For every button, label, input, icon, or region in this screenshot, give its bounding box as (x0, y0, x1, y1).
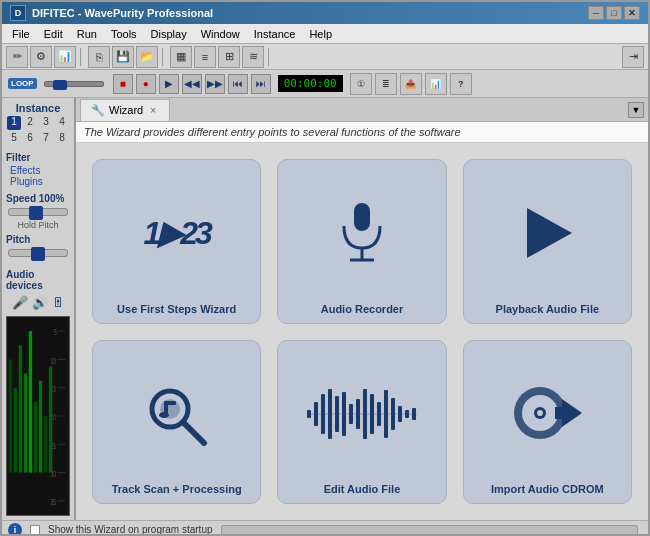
spectrum-button[interactable]: 📊 (425, 73, 447, 95)
menu-help[interactable]: Help (303, 26, 338, 42)
svg-rect-36 (314, 402, 318, 426)
pencil-tool-button[interactable]: ✏ (6, 46, 28, 68)
rewind-button[interactable]: ◀◀ (182, 74, 202, 94)
wizard-tab-close[interactable]: × (147, 104, 159, 116)
instance-2[interactable]: 2 (23, 116, 37, 130)
stop-button[interactable]: ■ (113, 74, 133, 94)
plugins-link[interactable]: Plugins (10, 176, 70, 187)
tab-bar: 🔧 Wizard × ▼ (76, 98, 648, 122)
menu-display[interactable]: Display (145, 26, 193, 42)
svg-rect-46 (384, 390, 388, 438)
svg-rect-24 (354, 203, 370, 231)
instance-3[interactable]: 3 (39, 116, 53, 130)
svg-rect-42 (356, 399, 360, 429)
svg-rect-40 (342, 392, 346, 436)
menu-instance[interactable]: Instance (248, 26, 302, 42)
zoom-button[interactable]: ⊞ (218, 46, 240, 68)
pitch-slider-thumb[interactable] (31, 247, 45, 261)
svg-rect-49 (405, 410, 409, 418)
track-scan-card[interactable]: Track Scan + Processing (92, 340, 261, 505)
list-view-button[interactable]: ≣ (375, 73, 397, 95)
playback-card[interactable]: Playback Audio File (463, 159, 632, 324)
svg-text:35: 35 (51, 498, 57, 507)
microphone-icon[interactable]: 🎤 (12, 295, 28, 310)
svg-rect-39 (335, 396, 339, 432)
play-button[interactable]: ▶ (159, 74, 179, 94)
svg-rect-23 (49, 367, 52, 473)
instance-6[interactable]: 6 (23, 132, 37, 146)
next-button[interactable]: ⏭ (251, 74, 271, 94)
speaker-icon[interactable]: 🔊 (32, 295, 48, 310)
grid-button[interactable]: ▦ (170, 46, 192, 68)
track-scan-label: Track Scan + Processing (112, 483, 242, 495)
instance-numbers: 1 2 3 4 5 6 7 8 (6, 116, 70, 146)
instance-5[interactable]: 5 (7, 132, 21, 146)
svg-rect-50 (412, 408, 416, 420)
info-icon: i (8, 523, 22, 537)
import-cdrom-card[interactable]: Import Audio CDROM (463, 340, 632, 505)
playback-icon (517, 172, 577, 295)
tab-dropdown-button[interactable]: ▼ (628, 102, 644, 118)
edit-audio-label: Edit Audio File (324, 483, 401, 495)
svg-rect-21 (39, 381, 42, 473)
svg-text:5: 5 (54, 328, 57, 337)
chart-button[interactable]: 📊 (54, 46, 76, 68)
menu-tools[interactable]: Tools (105, 26, 143, 42)
counter-button[interactable]: ① (350, 73, 372, 95)
menu-edit[interactable]: Edit (38, 26, 69, 42)
maximize-button[interactable]: □ (606, 6, 622, 20)
transport-bar: LOOP ■ ● ▶ ◀◀ ▶▶ ⏮ ⏭ 00:00:00 ① ≣ 📤 📊 ? (2, 70, 648, 98)
description-bar: The Wizard provides different entry poin… (76, 122, 648, 143)
time-display: 00:00:00 (278, 75, 343, 92)
wizard-cards-grid: 1▶23 Use First Steps Wizard Audio R (76, 143, 648, 520)
export-button[interactable]: 📤 (400, 73, 422, 95)
prev-button[interactable]: ⏮ (228, 74, 248, 94)
audio-recorder-card[interactable]: Audio Recorder (277, 159, 446, 324)
menu-run[interactable]: Run (71, 26, 103, 42)
wizard-tab[interactable]: 🔧 Wizard × (80, 99, 170, 121)
instance-label: Instance (6, 102, 70, 114)
svg-rect-18 (24, 374, 27, 473)
right-area: 🔧 Wizard × ▼ The Wizard provides differe… (76, 98, 648, 520)
speed-slider[interactable] (8, 208, 68, 216)
svg-rect-43 (363, 389, 367, 439)
svg-rect-47 (391, 398, 395, 430)
wizard-tab-label: Wizard (109, 104, 143, 116)
svg-rect-37 (321, 394, 325, 434)
left-panel: Instance 1 2 3 4 5 6 7 8 Filter Effects … (2, 98, 76, 520)
app-icon: D (10, 5, 26, 21)
menu-window[interactable]: Window (195, 26, 246, 42)
dock-button[interactable]: ⇥ (622, 46, 644, 68)
horizontal-scrollbar[interactable] (221, 525, 638, 535)
first-steps-card[interactable]: 1▶23 Use First Steps Wizard (92, 159, 261, 324)
svg-rect-22 (44, 416, 47, 473)
toolbar: ✏ ⚙ 📊 ⎘ 💾 📂 ▦ ≡ ⊞ ≋ ⇥ (2, 44, 648, 70)
status-bar: i Show this Wizard on program startup (2, 520, 648, 536)
speed-slider-thumb[interactable] (29, 206, 43, 220)
help-transport-button[interactable]: ? (450, 73, 472, 95)
record-button[interactable]: ● (136, 74, 156, 94)
startup-checkbox[interactable] (30, 525, 40, 535)
svg-rect-41 (349, 404, 353, 424)
instance-4[interactable]: 4 (55, 116, 69, 130)
menu-file[interactable]: File (6, 26, 36, 42)
minimize-button[interactable]: ─ (588, 6, 604, 20)
pitch-slider[interactable] (8, 249, 68, 257)
track-scan-icon (142, 353, 212, 476)
settings-button[interactable]: ⚙ (30, 46, 52, 68)
instance-7[interactable]: 7 (39, 132, 53, 146)
fx-button[interactable]: ≋ (242, 46, 264, 68)
instance-8[interactable]: 8 (55, 132, 69, 146)
close-button[interactable]: ✕ (624, 6, 640, 20)
effects-link[interactable]: Effects (10, 165, 70, 176)
loop-badge: LOOP (8, 78, 37, 89)
save-button[interactable]: 💾 (112, 46, 134, 68)
instance-1[interactable]: 1 (7, 116, 21, 130)
svg-text:10: 10 (51, 356, 57, 365)
edit-audio-card[interactable]: Edit Audio File (277, 340, 446, 505)
forward-button[interactable]: ▶▶ (205, 74, 225, 94)
copy-button[interactable]: ⎘ (88, 46, 110, 68)
mixer-icon[interactable]: 🎚 (52, 295, 65, 310)
view-button[interactable]: ≡ (194, 46, 216, 68)
open-button[interactable]: 📂 (136, 46, 158, 68)
